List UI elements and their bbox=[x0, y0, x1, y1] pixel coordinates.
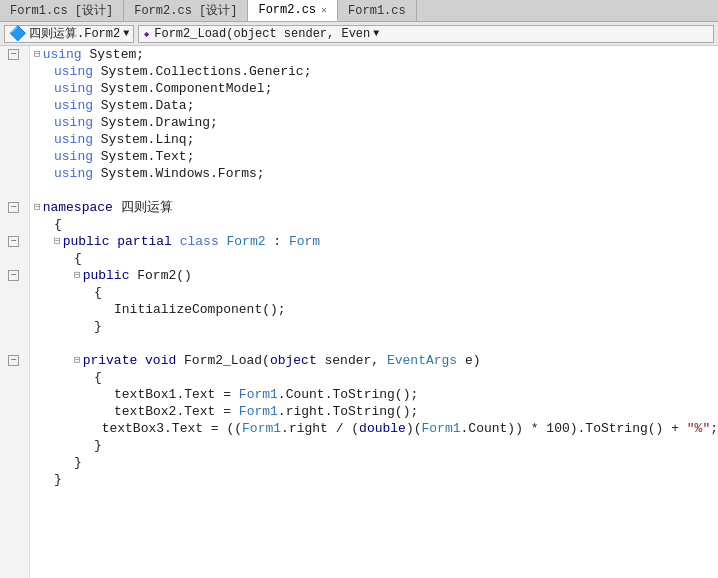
code-line-9 bbox=[34, 182, 718, 199]
method-label: Form2_Load(object sender, Even bbox=[154, 27, 370, 41]
code-line-7: using System.Text; bbox=[34, 148, 718, 165]
code-line-1: ⊟using System; bbox=[34, 46, 718, 63]
collapse-ctor-icon[interactable]: − bbox=[8, 270, 19, 281]
tab-form1-cs[interactable]: Form1.cs bbox=[338, 0, 417, 21]
code-line-14: ⊟public Form2() bbox=[34, 267, 718, 284]
method-icon: ⬥ bbox=[143, 27, 150, 41]
gutter: − − − − − bbox=[0, 46, 30, 578]
collapse-method-icon[interactable]: − bbox=[8, 355, 19, 366]
toolbar: 🔷 四则运算.Form2 ▼ ⬥ Form2_Load(object sende… bbox=[0, 22, 718, 46]
tab-form1-design[interactable]: Form1.cs [设计] bbox=[0, 0, 124, 21]
code-line-4: using System.Data; bbox=[34, 97, 718, 114]
class-dropdown-icon[interactable]: ▼ bbox=[123, 28, 129, 39]
tab-form2-design[interactable]: Form2.cs [设计] bbox=[124, 0, 248, 21]
code-line-24: } bbox=[34, 437, 718, 454]
tab-bar: Form1.cs [设计] Form2.cs [设计] Form2.cs ✕ F… bbox=[0, 0, 718, 22]
code-line-11: { bbox=[34, 216, 718, 233]
code-line-20: { bbox=[34, 369, 718, 386]
code-line-2: using System.Collections.Generic; bbox=[34, 63, 718, 80]
code-line-12: ⊟public partial class Form2 : Form bbox=[34, 233, 718, 250]
code-line-3: using System.ComponentModel; bbox=[34, 80, 718, 97]
code-line-18 bbox=[34, 335, 718, 352]
collapse-namespace-icon[interactable]: − bbox=[8, 202, 19, 213]
code-line-26: } bbox=[34, 471, 718, 488]
gutter-1[interactable]: − bbox=[8, 46, 21, 63]
code-line-22: textBox2.Text = Form1.right.ToString(); bbox=[34, 403, 718, 420]
code-line-8: using System.Windows.Forms; bbox=[34, 165, 718, 182]
gutter-10[interactable]: − bbox=[8, 199, 21, 216]
method-dropdown-icon[interactable]: ▼ bbox=[373, 28, 379, 39]
method-selector[interactable]: ⬥ Form2_Load(object sender, Even ▼ bbox=[138, 25, 714, 43]
class-icon: 🔷 bbox=[9, 25, 26, 42]
code-area: − − − − − bbox=[0, 46, 718, 578]
code-line-5: using System.Drawing; bbox=[34, 114, 718, 131]
gutter-14[interactable]: − bbox=[8, 267, 21, 284]
tab-form2-cs[interactable]: Form2.cs ✕ bbox=[248, 0, 338, 21]
class-selector[interactable]: 🔷 四则运算.Form2 ▼ bbox=[4, 25, 134, 43]
tab-close-icon[interactable]: ✕ bbox=[321, 4, 327, 16]
code-line-16: InitializeComponent(); bbox=[34, 301, 718, 318]
collapse-using-icon[interactable]: − bbox=[8, 49, 19, 60]
code-line-19: ⊟private void Form2_Load(object sender, … bbox=[34, 352, 718, 369]
code-line-25: } bbox=[34, 454, 718, 471]
code-line-10: ⊟namespace 四则运算 bbox=[34, 199, 718, 216]
gutter-12[interactable]: − bbox=[8, 233, 21, 250]
code-editor[interactable]: ⊟using System; using System.Collections.… bbox=[30, 46, 718, 578]
code-line-15: { bbox=[34, 284, 718, 301]
gutter-19[interactable]: − bbox=[8, 352, 21, 369]
code-line-17: } bbox=[34, 318, 718, 335]
class-label: 四则运算.Form2 bbox=[29, 25, 120, 42]
code-line-23: textBox3.Text = ((Form1.right / (double)… bbox=[34, 420, 718, 437]
code-line-21: textBox1.Text = Form1.Count.ToString(); bbox=[34, 386, 718, 403]
code-line-13: { bbox=[34, 250, 718, 267]
code-line-6: using System.Linq; bbox=[34, 131, 718, 148]
collapse-class-icon[interactable]: − bbox=[8, 236, 19, 247]
